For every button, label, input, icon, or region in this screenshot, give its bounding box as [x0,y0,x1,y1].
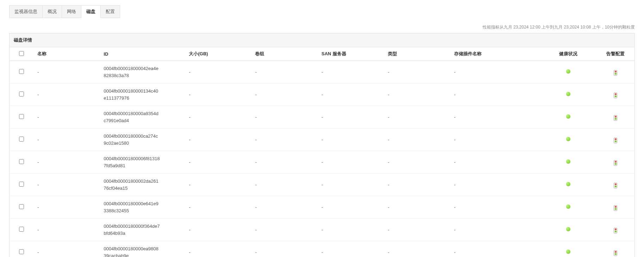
cell-health [540,196,596,219]
cell-alarm [596,219,634,241]
cell-alarm [596,83,634,106]
row-checkbox[interactable] [19,114,24,119]
cell-san: - [317,128,384,151]
cell-type: - [384,61,450,83]
row-checkbox[interactable] [19,159,24,164]
header-name[interactable]: 名称 [33,47,99,61]
cell-name: - [33,174,99,196]
tab-2[interactable]: 网络 [62,5,81,18]
tab-0[interactable]: 监视器信息 [9,5,43,18]
alarm-config-icon[interactable] [614,160,617,166]
cell-id: 0004fb0000180000134c40e111377976 [99,83,185,106]
cell-san: - [317,174,384,196]
row-checkbox-cell [10,151,33,174]
alarm-config-icon[interactable] [614,138,617,143]
cell-vg: - [251,174,317,196]
header-id[interactable]: ID [99,47,185,61]
cell-plugin: - [450,174,540,196]
tab-4[interactable]: 配置 [100,5,120,18]
table-row: -0004fb0000180000e641e93388c32455----- [10,196,634,219]
cell-plugin: - [450,106,540,128]
table-row: -0004fb0000180000f364de7bfd64b93a----- [10,219,634,241]
table-row: -0004fb0000180000ea980839cacbab9e----- [10,241,634,257]
cell-san: - [317,196,384,219]
cell-vg: - [251,196,317,219]
cell-vg: - [251,128,317,151]
table-header-row: 名称 ID 大小(GB) 卷组 SAN 服务器 类型 存储插件名称 健康状况 告… [10,47,634,61]
header-san[interactable]: SAN 服务器 [317,47,384,61]
header-size[interactable]: 大小(GB) [185,47,251,61]
cell-plugin: - [450,219,540,241]
header-checkbox-cell [10,47,33,61]
table-row: -0004fb000018000042ea4e82838c3a78----- [10,61,634,83]
cell-health [540,61,596,83]
cell-id: 0004fb0000180000e641e93388c32455 [99,196,185,219]
cell-alarm [596,106,634,128]
health-ok-icon [566,159,570,164]
health-ok-icon [566,250,570,254]
header-alarm[interactable]: 告警配置 [596,47,634,61]
cell-san: - [317,151,384,174]
table-row: -0004fb0000180000a9354dc7991e0ad4----- [10,106,634,128]
health-ok-icon [566,205,570,209]
alarm-config-icon[interactable] [614,183,617,188]
row-checkbox[interactable] [19,182,24,187]
cell-alarm [596,151,634,174]
tab-1[interactable]: 概况 [42,5,62,18]
cell-type: - [384,151,450,174]
row-checkbox[interactable] [19,92,24,96]
row-checkbox[interactable] [19,227,24,232]
cell-san: - [317,61,384,83]
table-row: -0004fb00001800006f813187fd5a9d81----- [10,151,634,174]
cell-san: - [317,83,384,106]
table-row: -0004fb00001800002da26176cf04ea15----- [10,174,634,196]
header-type[interactable]: 类型 [384,47,450,61]
cell-plugin: - [450,196,540,219]
alarm-config-icon[interactable] [614,115,617,121]
cell-plugin: - [450,61,540,83]
cell-size: - [185,106,251,128]
health-ok-icon [566,92,570,96]
alarm-config-icon[interactable] [614,70,617,76]
header-vg[interactable]: 卷组 [251,47,317,61]
row-checkbox[interactable] [19,69,24,74]
cell-type: - [384,174,450,196]
panel-title: 磁盘详情 [10,33,634,47]
cell-health [540,174,596,196]
health-ok-icon [566,114,570,119]
cell-alarm [596,196,634,219]
tab-3[interactable]: 磁盘 [81,5,101,18]
cell-size: - [185,196,251,219]
cell-health [540,106,596,128]
row-checkbox-cell [10,219,33,241]
row-checkbox-cell [10,128,33,151]
cell-alarm [596,61,634,83]
row-checkbox[interactable] [19,137,24,142]
select-all-checkbox[interactable] [19,51,24,56]
cell-health [540,128,596,151]
header-plugin[interactable]: 存储插件名称 [450,47,540,61]
row-checkbox[interactable] [19,204,24,209]
row-checkbox-cell [10,106,33,128]
cell-san: - [317,219,384,241]
alarm-config-icon[interactable] [614,250,617,256]
header-health[interactable]: 健康状况 [540,47,596,61]
row-checkbox[interactable] [19,249,24,254]
cell-health [540,219,596,241]
cell-name: - [33,241,99,257]
cell-id: 0004fb000018000042ea4e82838c3a78 [99,61,185,83]
row-checkbox-cell [10,174,33,196]
alarm-config-icon[interactable] [614,205,617,211]
health-ok-icon [566,137,570,141]
cell-vg: - [251,151,317,174]
cell-size: - [185,151,251,174]
health-ok-icon [566,227,570,231]
cell-vg: - [251,219,317,241]
alarm-config-icon[interactable] [614,93,617,98]
cell-plugin: - [450,128,540,151]
alarm-config-icon[interactable] [614,228,617,233]
cell-alarm [596,174,634,196]
cell-name: - [33,106,99,128]
cell-plugin: - [450,151,540,174]
cell-vg: - [251,241,317,257]
